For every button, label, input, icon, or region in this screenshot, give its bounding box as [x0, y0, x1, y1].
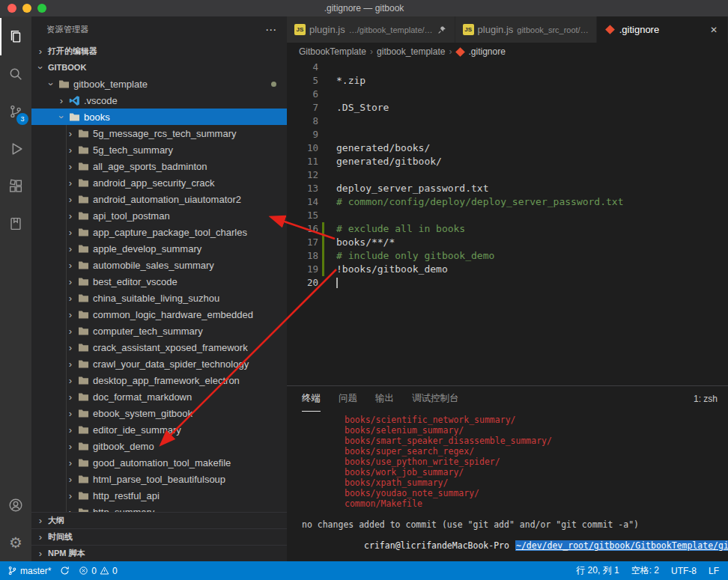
- open-editors-section[interactable]: 打开的编辑器: [31, 43, 287, 59]
- tree-item-books[interactable]: books: [31, 109, 287, 125]
- tree-item[interactable]: 5g_tech_summary: [31, 141, 287, 158]
- tree-item[interactable]: android_app_security_crack: [31, 174, 287, 191]
- terminal-output[interactable]: books/scientific_network_summary/ books/…: [287, 412, 728, 561]
- tree-item[interactable]: good_automation_tool_makefile: [31, 454, 287, 471]
- breadcrumb-item[interactable]: .gitignore: [468, 46, 505, 57]
- tree-item-label: crawl_your_data_spider_technology: [93, 358, 249, 370]
- terminal-line: books/work_job_summary/: [302, 467, 728, 477]
- tree-item[interactable]: desktop_app_framework_electron: [31, 372, 287, 388]
- terminal-line: books/scientific_network_summary/: [302, 415, 728, 425]
- extensions-icon[interactable]: [0, 168, 31, 205]
- gutter-change-mark: [322, 209, 324, 222]
- settings-gear-icon[interactable]: ⚙: [0, 524, 31, 561]
- close-window-button[interactable]: [7, 4, 16, 13]
- run-debug-icon[interactable]: [0, 130, 31, 168]
- folder-icon: [77, 259, 89, 271]
- editor-line[interactable]: 8: [287, 115, 728, 128]
- editor-line[interactable]: 11 generated/gitbook/: [287, 155, 728, 168]
- tree-item[interactable]: best_editor_vscode: [31, 273, 287, 290]
- maximize-window-button[interactable]: [37, 4, 46, 13]
- explorer-icon[interactable]: [0, 18, 31, 55]
- accounts-icon[interactable]: [0, 486, 31, 524]
- chevron-right-icon: [64, 507, 76, 513]
- breadcrumb-item[interactable]: GitbookTemplate: [299, 46, 366, 57]
- tree-item-vscode[interactable]: .vscode: [31, 92, 287, 109]
- encoding-indicator[interactable]: UTF-8: [671, 566, 697, 576]
- tree-item[interactable]: html_parse_tool_beautifulsoup: [31, 471, 287, 487]
- search-icon[interactable]: [0, 55, 31, 93]
- folder-icon: [68, 111, 80, 123]
- bookmark-icon[interactable]: [0, 205, 31, 242]
- indentation-setting[interactable]: 空格: 2: [631, 564, 659, 577]
- tree-item[interactable]: android_automation_uiautomator2: [31, 191, 287, 207]
- cursor-position[interactable]: 行 20, 列 1: [576, 564, 619, 577]
- source-control-icon[interactable]: 3: [0, 93, 31, 130]
- editor-line[interactable]: 10 generated/books/: [287, 141, 728, 155]
- line-number: 5: [287, 74, 318, 88]
- tree-item[interactable]: gitbook_demo: [31, 438, 287, 454]
- tree-item[interactable]: ebook_system_gitbook: [31, 405, 287, 421]
- editor-tab[interactable]: plugin.js gitbook_src_root/…: [455, 16, 597, 43]
- more-actions-icon[interactable]: ⋯: [265, 23, 276, 37]
- close-icon[interactable]: ✕: [708, 25, 720, 35]
- gitbook-section[interactable]: GITBOOK: [31, 59, 287, 76]
- panel-tab[interactable]: 终端: [302, 386, 321, 412]
- editor-line[interactable]: 6: [287, 88, 728, 101]
- tree-item[interactable]: automobile_sales_summary: [31, 257, 287, 273]
- folder-icon: [77, 242, 89, 254]
- pin-icon[interactable]: [437, 25, 447, 35]
- tree-item[interactable]: crack_assistant_xposed_framework: [31, 339, 287, 355]
- tree-item-gitbook-template[interactable]: gitbook_template: [31, 76, 287, 92]
- tree-item-label: .vscode: [84, 95, 118, 106]
- editor-line[interactable]: 18 # include only gitbook_demo: [287, 249, 728, 263]
- editor-line[interactable]: 19 !books/gitbook_demo: [287, 263, 728, 276]
- tree-item[interactable]: doc_format_markdown: [31, 388, 287, 405]
- editor-line[interactable]: 5 *.zip: [287, 74, 728, 88]
- code-editor[interactable]: 4 5 *.zip 6: [287, 61, 728, 385]
- editor-line[interactable]: 14 # common/config/deploy/deploy_server_…: [287, 195, 728, 209]
- tree-item[interactable]: crawl_your_data_spider_technology: [31, 355, 287, 372]
- tree-item[interactable]: http_restful_api: [31, 487, 287, 504]
- editor-line[interactable]: 4: [287, 61, 728, 74]
- tree-item[interactable]: http_summary: [31, 504, 287, 512]
- terminal-shell-selector[interactable]: 1: zsh: [694, 386, 718, 412]
- editor-tab[interactable]: plugin.js …/gitbook_template/…: [287, 16, 455, 43]
- sidebar-section[interactable]: 大纲: [31, 512, 287, 528]
- tree-item[interactable]: 5g_message_rcs_tech_summary: [31, 125, 287, 141]
- editor-line[interactable]: 13 deploy_server_password.txt: [287, 182, 728, 195]
- editor-line[interactable]: 17 books/**/*: [287, 236, 728, 249]
- editor-line[interactable]: 12: [287, 168, 728, 182]
- tree-item[interactable]: common_logic_hardware_embedded: [31, 306, 287, 323]
- tree-item[interactable]: app_capture_package_tool_charles: [31, 224, 287, 240]
- editor-line[interactable]: 16 # exclude all in books: [287, 222, 728, 236]
- tree-item-label: html_parse_tool_beautifulsoup: [93, 474, 225, 485]
- chevron-right-icon: [64, 194, 76, 205]
- sidebar-section[interactable]: 时间线: [31, 528, 287, 545]
- line-number: 16: [287, 222, 318, 236]
- tree-item[interactable]: editor_ide_summary: [31, 421, 287, 438]
- problems-indicator[interactable]: 0 0: [79, 566, 117, 576]
- editor-line[interactable]: 7 .DS_Store: [287, 101, 728, 115]
- editor-line[interactable]: 20: [287, 276, 728, 290]
- eol-indicator[interactable]: LF: [709, 566, 719, 576]
- tree-item[interactable]: apple_develop_summary: [31, 240, 287, 257]
- chevron-right-icon: [64, 177, 76, 189]
- minimize-window-button[interactable]: [22, 4, 31, 13]
- tree-item[interactable]: computer_tech_summary: [31, 323, 287, 339]
- tree-item[interactable]: all_age_sports_badminton: [31, 158, 287, 174]
- chevron-right-icon: [64, 309, 76, 320]
- panel-tab[interactable]: 问题: [339, 386, 357, 412]
- editor-line[interactable]: 9: [287, 128, 728, 141]
- sidebar-section[interactable]: NPM 脚本: [31, 545, 287, 561]
- sidebar-section-label: 大纲: [48, 515, 64, 526]
- editor-tab[interactable]: .gitignore ✕: [597, 16, 728, 43]
- sync-icon[interactable]: [60, 566, 70, 576]
- tree-item-label: ebook_system_gitbook: [93, 408, 192, 419]
- tree-item[interactable]: china_suitable_living_suzhou: [31, 290, 287, 306]
- branch-indicator[interactable]: master*: [7, 566, 51, 576]
- panel-tab[interactable]: 调试控制台: [412, 386, 459, 412]
- panel-tab[interactable]: 输出: [375, 386, 394, 412]
- editor-line[interactable]: 15: [287, 209, 728, 222]
- tree-item[interactable]: api_tool_postman: [31, 207, 287, 224]
- breadcrumb-item[interactable]: gitbook_template: [377, 46, 445, 57]
